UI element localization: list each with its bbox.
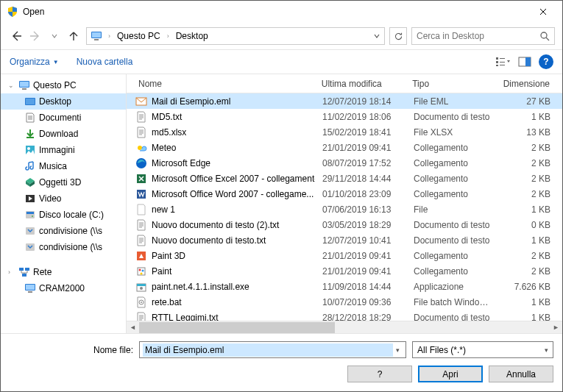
svg-rect-13 <box>20 82 29 87</box>
search-input[interactable] <box>417 31 539 41</box>
collapse-icon[interactable]: ⌄ <box>8 82 15 89</box>
sidebar-network[interactable]: › Rete <box>1 264 126 280</box>
close-button[interactable] <box>528 1 558 22</box>
breadcrumb-folder[interactable]: Desktop <box>173 29 211 43</box>
sidebar-label: Musica <box>39 161 67 171</box>
file-row[interactable]: Paint21/01/2019 09:41Collegamento2 KB <box>127 263 562 279</box>
sidebar-item[interactable]: Documenti <box>1 110 126 126</box>
col-size[interactable]: Dimensione <box>496 79 562 89</box>
cell-size: 2 KB <box>498 143 562 153</box>
file-row[interactable]: Nuovo documento di testo (2).txt03/05/20… <box>127 217 562 232</box>
new-folder-button[interactable]: Nuova cartella <box>77 57 133 67</box>
svg-rect-6 <box>496 65 498 66</box>
footer: Nome file: ▾ All Files (*.*) ▾ ? Apri An… <box>1 333 562 391</box>
refresh-button[interactable] <box>389 27 407 45</box>
sidebar-label: Video <box>39 193 61 204</box>
cell-name: md5.xlsx <box>127 126 315 138</box>
back-button[interactable] <box>8 28 24 44</box>
hscrollbar[interactable]: ◄ ► <box>127 321 562 333</box>
sidebar-item[interactable]: condivisione (\\s <box>1 223 126 239</box>
file-row[interactable]: RTTL Leggimi.txt28/12/2018 18:29Document… <box>127 310 562 321</box>
preview-pane-button[interactable] <box>517 54 533 70</box>
sidebar-item[interactable]: Musica <box>1 158 126 174</box>
file-row[interactable]: Microsoft Office Word 2007 - collegame..… <box>127 186 562 202</box>
svg-rect-2 <box>94 39 99 40</box>
sidebar-item[interactable]: Oggetti 3D <box>1 174 126 190</box>
svg-rect-1 <box>92 32 101 38</box>
scroll-thumb[interactable] <box>139 322 335 333</box>
svg-rect-36 <box>137 190 146 199</box>
file-row[interactable]: Nuovo documento di testo.txt12/07/2019 1… <box>127 232 562 248</box>
up-button[interactable] <box>65 28 82 44</box>
file-row[interactable]: Meteo21/01/2019 09:41Collegamento2 KB <box>127 140 562 155</box>
svg-rect-27 <box>25 268 29 271</box>
sidebar-item[interactable]: condivisione (\\s <box>1 239 126 255</box>
file-row[interactable]: Microsoft Edge08/07/2019 17:52Collegamen… <box>127 155 562 171</box>
cell-size: 2 KB <box>498 251 562 261</box>
sidebar-item[interactable]: Desktop <box>1 93 126 110</box>
svg-rect-5 <box>496 61 498 63</box>
recent-dropdown[interactable] <box>46 28 63 44</box>
address-dropdown[interactable] <box>371 31 383 41</box>
file-row[interactable]: rete.bat10/07/2019 09:36File batch Windo… <box>127 294 562 310</box>
folder-icon <box>24 144 36 156</box>
filename-input[interactable] <box>143 343 393 357</box>
svg-point-23 <box>32 215 33 217</box>
organize-dropdown-icon[interactable]: ▼ <box>53 59 59 65</box>
help-button[interactable]: ? <box>347 366 412 382</box>
file-row[interactable]: Paint 3D21/01/2019 09:41Collegamento2 KB <box>127 248 562 263</box>
filename-dropdown-icon[interactable]: ▾ <box>393 346 403 354</box>
close-icon <box>539 8 547 15</box>
search-box[interactable] <box>411 27 555 45</box>
col-name[interactable]: Nome <box>127 79 314 89</box>
cell-modified: 21/01/2019 09:41 <box>315 251 406 261</box>
sidebar-item[interactable]: Disco locale (C:) <box>1 207 126 223</box>
svg-rect-8 <box>500 62 505 63</box>
cell-type: Documento di testo <box>406 112 498 122</box>
filename-combo[interactable]: ▾ <box>139 341 406 358</box>
open-button[interactable]: Apri <box>418 366 483 382</box>
file-row[interactable]: new 107/06/2019 16:13File1 KB <box>127 202 562 217</box>
organize-menu[interactable]: Organizza <box>10 57 50 67</box>
sidebar-item[interactable]: Immagini <box>1 142 126 158</box>
folder-icon <box>24 225 36 237</box>
file-row[interactable]: paint.net.4.1.1.install.exe11/09/2018 14… <box>127 279 562 294</box>
cell-size: 2 KB <box>498 189 562 199</box>
cell-size: 1 KB <box>498 313 562 321</box>
sidebar-item[interactable]: Download <box>1 126 126 142</box>
cell-type: Collegamento <box>406 266 498 277</box>
forward-button[interactable] <box>27 28 43 44</box>
cell-type: File EML <box>406 96 498 107</box>
file-row[interactable]: Microsoft Office Excel 2007 - collegamen… <box>127 171 562 186</box>
svg-rect-28 <box>22 274 26 277</box>
sidebar-label: Desktop <box>39 96 71 107</box>
col-modified[interactable]: Ultima modifica <box>314 79 405 89</box>
cancel-button[interactable]: Annulla <box>489 366 553 382</box>
scroll-left-icon[interactable]: ◄ <box>127 321 139 334</box>
cell-type: File <box>406 204 498 215</box>
title-bar: Open <box>1 1 562 23</box>
sidebar-this-pc[interactable]: ⌄ Questo PC <box>1 77 126 93</box>
file-row[interactable]: MD5.txt11/02/2019 18:06Documento di test… <box>127 109 562 124</box>
breadcrumb-sep-icon: › <box>106 32 113 40</box>
file-row[interactable]: md5.xlsx15/02/2019 18:41File XLSX13 KB <box>127 124 562 140</box>
cell-size: 2 KB <box>498 174 562 184</box>
sidebar-item[interactable]: Video <box>1 190 126 207</box>
cell-modified: 29/11/2018 14:44 <box>315 174 406 184</box>
address-bar[interactable]: › Questo PC › Desktop <box>86 27 385 45</box>
expand-icon[interactable]: › <box>8 268 15 276</box>
sidebar-label: Rete <box>33 267 52 277</box>
nav-bar: › Questo PC › Desktop <box>1 23 562 49</box>
sidebar-network-item[interactable]: CRAM2000 <box>1 280 126 296</box>
cell-name: new 1 <box>127 204 315 215</box>
col-type[interactable]: Tipo <box>405 79 495 89</box>
filetype-filter[interactable]: All Files (*.*) ▾ <box>412 341 553 358</box>
breadcrumb-root[interactable]: Questo PC <box>114 29 163 43</box>
file-row[interactable]: Mail di Esempio.eml12/07/2019 18:14File … <box>127 93 562 109</box>
scroll-right-icon[interactable]: ► <box>550 321 562 334</box>
cell-modified: 11/09/2018 14:44 <box>315 282 406 292</box>
view-options-button[interactable] <box>495 54 511 70</box>
help-button[interactable]: ? <box>539 54 553 69</box>
network-icon <box>18 266 30 278</box>
svg-rect-4 <box>496 57 498 60</box>
